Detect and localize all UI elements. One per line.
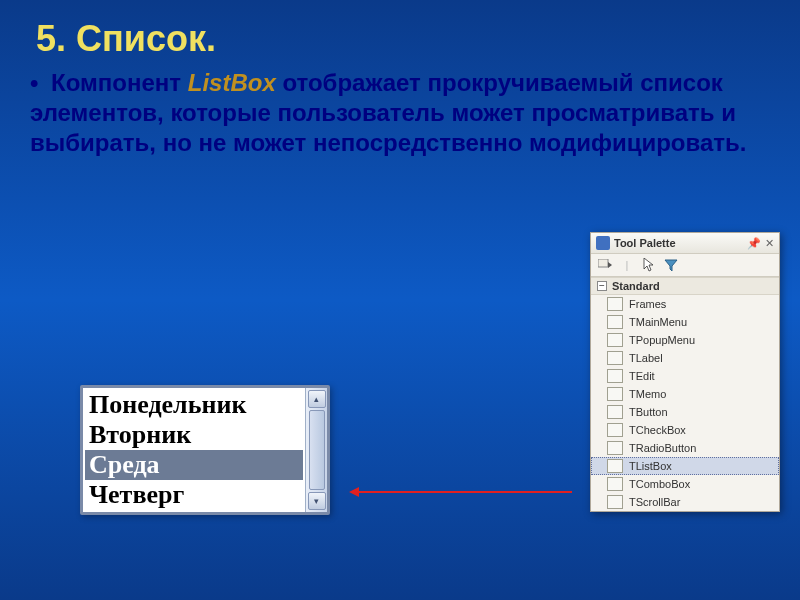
component-icon	[607, 297, 623, 311]
listbox-item[interactable]: Вторник	[85, 420, 303, 450]
palette-item-label: Frames	[629, 298, 666, 310]
component-icon	[607, 495, 623, 509]
palette-item-label: TRadioButton	[629, 442, 696, 454]
arrow-annotation	[352, 491, 572, 493]
listbox-scrollbar[interactable]: ▴ ▾	[305, 388, 327, 512]
palette-item-tradiobutton[interactable]: TRadioButton	[591, 439, 779, 457]
palette-item-label: TLabel	[629, 352, 663, 364]
palette-item-label: TButton	[629, 406, 668, 418]
palette-item-tscrollbar[interactable]: TScrollBar	[591, 493, 779, 511]
palette-toolbar: |	[591, 254, 779, 277]
palette-item-tcheckbox[interactable]: TCheckBox	[591, 421, 779, 439]
category-name: Standard	[612, 280, 660, 292]
svg-rect-0	[598, 259, 608, 267]
pin-icon[interactable]: 📌	[747, 237, 761, 250]
palette-item-label: TEdit	[629, 370, 655, 382]
palette-item-tcombobox[interactable]: TComboBox	[591, 475, 779, 493]
filter-icon[interactable]	[663, 257, 679, 273]
component-icon	[607, 387, 623, 401]
separator: |	[619, 257, 635, 273]
palette-title: Tool Palette	[614, 237, 743, 249]
palette-icon	[596, 236, 610, 250]
listbox-items[interactable]: ПонедельникВторникСредаЧетверг	[83, 388, 305, 512]
listbox-item[interactable]: Четверг	[85, 480, 303, 510]
slide-title: 5. Список.	[0, 0, 800, 60]
listbox-example: ПонедельникВторникСредаЧетверг ▴ ▾	[80, 385, 330, 515]
palette-item-label: TMemo	[629, 388, 666, 400]
palette-item-frames[interactable]: Frames	[591, 295, 779, 313]
palette-item-label: TScrollBar	[629, 496, 680, 508]
scroll-down-icon[interactable]: ▾	[308, 492, 326, 510]
scroll-thumb[interactable]	[309, 410, 325, 490]
categories-dropdown[interactable]	[597, 257, 613, 273]
palette-item-tpopupmenu[interactable]: TPopupMenu	[591, 331, 779, 349]
palette-category[interactable]: − Standard	[591, 277, 779, 295]
palette-item-label: TComboBox	[629, 478, 690, 490]
component-icon	[607, 459, 623, 473]
scroll-up-icon[interactable]: ▴	[308, 390, 326, 408]
tool-palette: Tool Palette 📌 ✕ | − Standard FramesTMai…	[590, 232, 780, 512]
component-icon	[607, 441, 623, 455]
bullet-icon: •	[30, 69, 38, 96]
pointer-tool-icon[interactable]	[641, 257, 657, 273]
palette-item-label: TPopupMenu	[629, 334, 695, 346]
palette-item-tedit[interactable]: TEdit	[591, 367, 779, 385]
component-icon	[607, 405, 623, 419]
palette-item-tlistbox[interactable]: TListBox	[591, 457, 779, 475]
component-icon	[607, 351, 623, 365]
palette-item-tmemo[interactable]: TMemo	[591, 385, 779, 403]
palette-item-label: TListBox	[629, 460, 672, 472]
palette-item-label: TCheckBox	[629, 424, 686, 436]
component-icon	[607, 423, 623, 437]
desc-listbox-word: ListBox	[188, 69, 276, 96]
listbox-item[interactable]: Среда	[85, 450, 303, 480]
desc-text-before: Компонент	[51, 69, 188, 96]
component-icon	[607, 315, 623, 329]
palette-item-tmainmenu[interactable]: TMainMenu	[591, 313, 779, 331]
component-icon	[607, 369, 623, 383]
close-icon[interactable]: ✕	[765, 237, 774, 250]
listbox-item[interactable]: Понедельник	[85, 390, 303, 420]
palette-item-tbutton[interactable]: TButton	[591, 403, 779, 421]
palette-item-tlabel[interactable]: TLabel	[591, 349, 779, 367]
component-icon	[607, 477, 623, 491]
palette-header[interactable]: Tool Palette 📌 ✕	[591, 233, 779, 254]
slide-description: • Компонент ListBox отображает прокручив…	[0, 60, 800, 158]
collapse-icon[interactable]: −	[597, 281, 607, 291]
component-icon	[607, 333, 623, 347]
palette-item-label: TMainMenu	[629, 316, 687, 328]
